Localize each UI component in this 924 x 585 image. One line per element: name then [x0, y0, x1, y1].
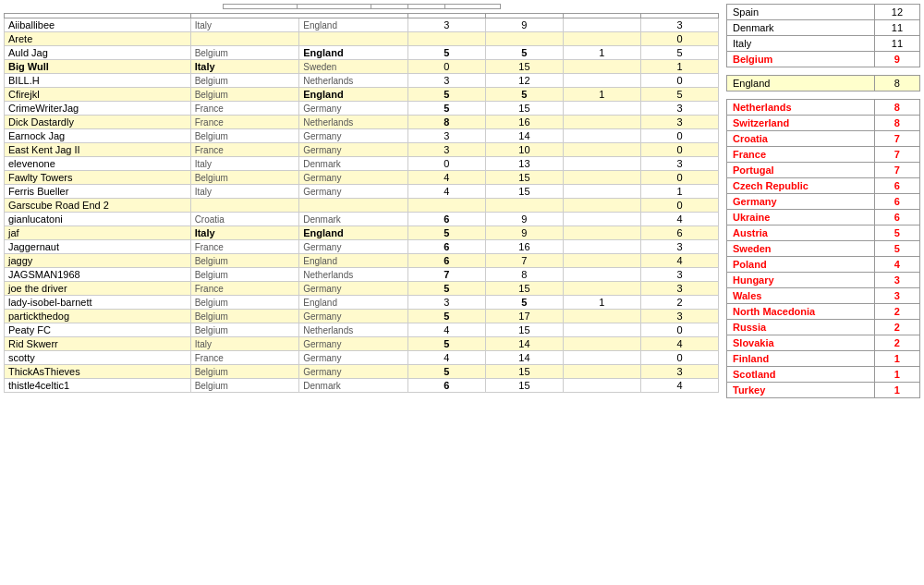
goals: 10 — [485, 143, 563, 157]
max: 3 — [640, 102, 718, 116]
list-item: Russia2 — [727, 320, 920, 335]
player-name: partickthedog — [5, 310, 191, 323]
extra-time — [407, 32, 485, 46]
points — [563, 310, 640, 323]
team1: Belgium — [190, 171, 299, 185]
extra-time: 5 — [407, 310, 485, 323]
team2: England — [299, 254, 408, 268]
team1: France — [190, 143, 299, 157]
list-item: Croatia7 — [727, 131, 920, 147]
country-name: England — [727, 76, 875, 91]
points — [563, 337, 640, 351]
points: 1 — [563, 296, 640, 310]
max: 1 — [640, 60, 718, 74]
extra-time: 5 — [407, 226, 485, 240]
max: 3 — [640, 268, 718, 282]
team1: Italy — [190, 157, 299, 171]
team2: Denmark — [299, 157, 408, 171]
extra-time: 4 — [407, 323, 485, 337]
country-name: Netherlands — [727, 100, 875, 116]
extra-time: 4 — [407, 185, 485, 199]
country-score: 6 — [874, 210, 919, 225]
team2 — [299, 32, 408, 46]
extra-time: 3 — [407, 296, 485, 310]
max: 0 — [640, 32, 718, 46]
table-row: Big WullItalySweden0151 — [5, 60, 719, 74]
team2: Denmark — [299, 379, 408, 393]
player-name: Big Wull — [5, 60, 191, 74]
country-score: 7 — [874, 147, 919, 163]
country-name: Denmark — [727, 20, 875, 36]
extra-time: 5 — [407, 365, 485, 379]
team1: Italy — [190, 337, 299, 351]
table-row: East Kent Jag IIFranceGermany3100 — [5, 143, 719, 157]
country-name: Germany — [727, 194, 875, 210]
team1: Italy — [190, 18, 299, 32]
player-name: lady-isobel-barnett — [5, 296, 191, 310]
table-row: thistle4celtic1BelgiumDenmark6154 — [5, 379, 719, 393]
player-name: scotty — [5, 351, 191, 365]
team2: England — [299, 296, 408, 310]
max: 0 — [640, 74, 718, 88]
country-score: 5 — [874, 241, 919, 257]
points — [563, 226, 640, 240]
goals: 14 — [485, 129, 563, 143]
goals: 5 — [485, 296, 563, 310]
country-name: Italy — [727, 36, 875, 52]
goals: 15 — [485, 60, 563, 74]
team1: Belgium — [190, 88, 299, 102]
team1: Croatia — [190, 213, 299, 226]
team1: Belgium — [190, 365, 299, 379]
player-name: jaf — [5, 226, 191, 240]
country-score: 7 — [874, 163, 919, 178]
max: 3 — [640, 365, 718, 379]
max: 0 — [640, 199, 718, 213]
points — [563, 323, 640, 337]
list-item: Sweden5 — [727, 241, 920, 257]
list-item: Czech Republic6 — [727, 178, 920, 194]
player-name: Fawlty Towers — [5, 171, 191, 185]
team2: Germany — [299, 185, 408, 199]
goals: 5 — [485, 46, 563, 60]
extra-time: 3 — [407, 143, 485, 157]
table-row: BILL.HBelgiumNetherlands3120 — [5, 74, 719, 88]
country-score: 8 — [874, 116, 919, 131]
team1: France — [190, 282, 299, 296]
points — [563, 129, 640, 143]
team1: Italy — [190, 60, 299, 74]
points — [563, 171, 640, 185]
extra-time: 5 — [407, 88, 485, 102]
country-name: Hungary — [727, 273, 875, 288]
extra-time: 3 — [407, 74, 485, 88]
top-score-row — [4, 4, 719, 9]
country-score: 1 — [874, 351, 919, 367]
points — [563, 268, 640, 282]
points — [563, 143, 640, 157]
country-name: Belgium — [727, 52, 875, 67]
team1: Italy — [190, 226, 299, 240]
right-table-3: Netherlands8Switzerland8Croatia7France7P… — [726, 99, 920, 398]
extra-time: 5 — [407, 102, 485, 116]
goals: 14 — [485, 337, 563, 351]
player-name: elevenone — [5, 157, 191, 171]
table-row: gianlucatoniCroatiaDenmark694 — [5, 213, 719, 226]
country-name: Portugal — [727, 163, 875, 178]
country-name: Finland — [727, 351, 875, 367]
player-name: Ferris Bueller — [5, 185, 191, 199]
max: 2 — [640, 296, 718, 310]
points — [563, 199, 640, 213]
points — [563, 74, 640, 88]
max: 5 — [640, 46, 718, 60]
max: 5 — [640, 88, 718, 102]
team2: Germany — [299, 143, 408, 157]
table-row: Auld JagBelgiumEngland5515 — [5, 46, 719, 60]
top-score-val1 — [371, 5, 407, 9]
team1: France — [190, 102, 299, 116]
player-name: Cfirejkl — [5, 88, 191, 102]
list-item: Italy11 — [727, 36, 920, 52]
points — [563, 185, 640, 199]
team2: Germany — [299, 102, 408, 116]
player-name: CrimeWriterJag — [5, 102, 191, 116]
top-score-val2 — [407, 5, 444, 9]
country-name: Sweden — [727, 241, 875, 257]
